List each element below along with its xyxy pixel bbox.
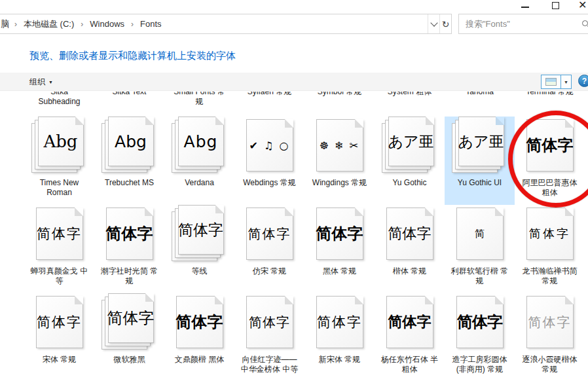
font-tile-label: 楷体 常规 [393, 266, 426, 276]
font-tile-label: 仿宋 常规 [253, 266, 286, 276]
close-icon[interactable]: ✕ [578, 0, 587, 12]
font-preview: 简体字 [106, 223, 153, 244]
maximize-icon[interactable] [552, 2, 559, 9]
font-file-icon: あア亜 [382, 117, 438, 175]
font-tile[interactable]: ☸ ❄ ✂ Wingdings 常规 [304, 117, 375, 205]
organize-label: 组织 [29, 77, 45, 88]
breadcrumb-clipped-item[interactable]: 脑 [1, 18, 9, 30]
font-tile[interactable]: 简体字 龙书瀚临禅书简 常规 [515, 205, 585, 293]
font-tile[interactable]: Small Fonts 常规 [164, 92, 234, 111]
font-tile-label: Tahoma [466, 92, 494, 97]
font-file-icon: 简体字 [522, 205, 578, 264]
font-file-icon: 简体字 [312, 293, 368, 352]
font-preview: あア亜 [458, 132, 504, 152]
breadcrumb-item-local-disk-c[interactable]: 本地磁盘 (C:) [22, 18, 75, 30]
font-tile-label: Times New Roman [31, 178, 88, 198]
font-tile-circled[interactable]: 简体字 阿里巴巴普惠体 粗体 [515, 117, 585, 205]
font-tile[interactable]: Sitka Text [94, 92, 164, 111]
font-tile[interactable]: 简体字 新宋体 常规 [304, 293, 375, 379]
font-tile[interactable]: 简体字 向佳红字迹——中华金榜体 中等 [234, 293, 304, 379]
font-tile[interactable]: Tahoma [445, 92, 515, 111]
minimize-icon[interactable] [521, 7, 529, 8]
font-tile-label: Yu Gothic UI [458, 178, 502, 188]
font-file-icon: 简体字 [31, 205, 88, 264]
font-preview: ☸ ❄ ✂ [320, 139, 359, 152]
font-tile[interactable]: Terminal 常规 [515, 92, 585, 111]
font-tile[interactable]: 简体字 蝉羽真颜金戈 中等 [24, 205, 94, 293]
font-file-icon: 简体字 [242, 205, 298, 264]
font-tile-label: System 粗体 [388, 92, 432, 97]
font-tile-label: Trebuchet MS [105, 178, 154, 188]
font-tile[interactable]: Abg Trebuchet MS [94, 117, 164, 205]
font-tile[interactable]: Sylfaen 常规 [234, 92, 304, 111]
font-tile[interactable]: 简体字 造字工房彩圆体 (非商用) 常规 [445, 293, 515, 379]
font-tile-label: 向佳红字迹——中华金榜体 中等 [241, 355, 299, 374]
font-tile[interactable]: 简体字 楷体 常规 [375, 205, 445, 293]
help-button[interactable]: ? [578, 75, 588, 87]
font-tile[interactable]: 简体字 潮字社时光简 常规 [94, 205, 164, 293]
font-tile-label: Symbol 常规 [318, 92, 361, 97]
font-tile[interactable]: 简体字 逐浪小霞硬楷体 常规 [515, 293, 585, 379]
font-tile[interactable]: Abg Times New Roman [24, 117, 94, 205]
fonts-task-link[interactable]: 预览、删除或者显示和隐藏计算机上安装的字体 [29, 50, 236, 62]
search-input[interactable] [459, 19, 581, 29]
font-preview: 简体字 [388, 312, 432, 332]
font-tile-label: 文鼎颜楷 黑体 [175, 355, 224, 365]
font-preview: 简体字 [317, 313, 362, 331]
font-tile[interactable]: 简体字 等线 [164, 205, 234, 293]
font-row: 简体字 蝉羽真颜金戈 中等 简体字 潮字社时光简 常规 简体字 等线 简体字 仿… [24, 205, 585, 293]
view-mode-button[interactable] [542, 75, 561, 88]
font-tile[interactable]: あア亜 Yu Gothic [375, 117, 445, 205]
organize-button[interactable]: 组织 ▼ [29, 73, 53, 91]
refresh-icon: ↻ [442, 19, 450, 29]
font-preview: あア亜 [388, 132, 433, 152]
view-mode-split-button: ▼ [541, 75, 572, 89]
font-tile[interactable]: ✔ ♫ ○ Webdings 常规 [234, 117, 304, 205]
font-tile-label: Sylfaen 常规 [248, 92, 291, 97]
font-tile-label: 逐浪小霞硬楷体 常规 [521, 355, 579, 374]
font-file-icon: ✔ ♫ ○ [242, 117, 298, 175]
font-tile[interactable]: Sitka Subheading [24, 92, 94, 111]
font-file-icon: 简 [452, 205, 508, 264]
address-bar: 脑 › 本地磁盘 (C:) › Windows › Fonts ↻ [0, 14, 452, 34]
font-tile-label: 新宋体 常规 [319, 355, 360, 365]
font-file-icon: あア亜 [452, 117, 508, 175]
font-tile[interactable]: 简体字 微软雅黑 [94, 293, 164, 379]
address-dropdown-button[interactable] [428, 14, 439, 33]
font-tile-label: 等线 [192, 266, 208, 276]
font-tile-selected[interactable]: あア亜 Yu Gothic UI [445, 117, 515, 205]
font-tile-label: 潮字社时光简 常规 [101, 266, 158, 286]
font-tile[interactable]: 简体字 文鼎颜楷 黑体 [164, 293, 234, 379]
font-preview: 简体字 [529, 226, 570, 242]
command-toolbar: 组织 ▼ ▼ ? [0, 73, 588, 91]
view-mode-dropdown-button[interactable]: ▼ [561, 75, 571, 88]
font-file-icon: 简体字 [101, 205, 158, 264]
font-tile-label: Webdings 常规 [243, 178, 295, 188]
breadcrumb-item-fonts[interactable]: Fonts [139, 19, 163, 29]
font-preview: Abg [184, 132, 218, 151]
search-icon [581, 19, 588, 29]
font-tile-label: Yu Gothic [392, 178, 426, 188]
font-preview: 简体字 [37, 313, 82, 331]
font-tile[interactable]: 简体字 杨任东竹石体 半粗体 [375, 293, 445, 379]
font-tile[interactable]: System 粗体 [375, 92, 445, 111]
font-tile-label: 宋体 常规 [43, 355, 76, 365]
font-preview: 简 [475, 228, 485, 240]
font-list-view: Sitka Subheading Sitka Text Small Fonts … [24, 92, 585, 379]
font-preview: 简体字 [178, 220, 223, 240]
font-file-icon: 简体字 [101, 293, 158, 352]
font-tile[interactable]: 简 利群软笔行楷 常规 [445, 205, 515, 293]
font-tile-label: 微软雅黑 [114, 355, 145, 365]
font-file-icon: 简体字 [522, 293, 578, 352]
font-tile[interactable]: 简体字 仿宋 常规 [234, 205, 304, 293]
font-tile[interactable]: Symbol 常规 [304, 92, 375, 111]
font-tile-label: 黑体 常规 [323, 266, 356, 276]
breadcrumb-item-windows[interactable]: Windows [88, 19, 126, 29]
font-tile[interactable]: Abg Verdana [164, 117, 234, 205]
font-tile-label: Wingdings 常规 [312, 178, 367, 188]
font-tile[interactable]: 简体字 宋体 常规 [24, 293, 94, 379]
font-tile[interactable]: 简体字 黑体 常规 [304, 205, 375, 293]
font-file-icon: 简体字 [312, 205, 368, 264]
font-file-icon: 简体字 [452, 293, 508, 352]
refresh-button[interactable]: ↻ [440, 14, 451, 33]
